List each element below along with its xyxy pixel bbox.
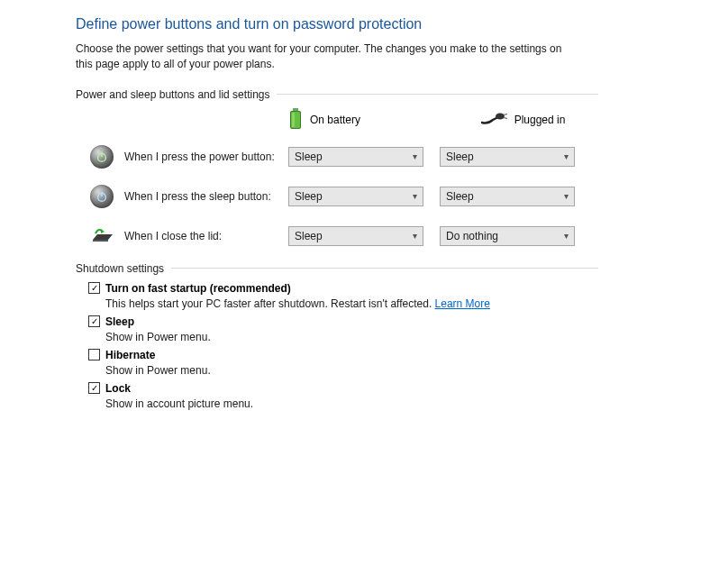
battery-icon bbox=[288, 108, 303, 132]
col-on-battery: On battery bbox=[288, 108, 440, 132]
hibernate-desc: Show in Power menu. bbox=[105, 364, 598, 377]
learn-more-link[interactable]: Learn More bbox=[435, 297, 490, 310]
item-sleep: ✓ Sleep Show in Power menu. bbox=[88, 315, 598, 343]
chevron-down-icon: ▾ bbox=[413, 231, 417, 241]
sleep-button-battery-select[interactable]: Sleep ▾ bbox=[288, 187, 423, 206]
select-value: Sleep bbox=[446, 151, 474, 163]
sleep-button-icon bbox=[88, 183, 115, 210]
power-button-plugged-select[interactable]: Sleep ▾ bbox=[440, 147, 575, 167]
chevron-down-icon: ▾ bbox=[413, 191, 417, 201]
plug-icon bbox=[480, 112, 507, 129]
fast-startup-checkbox[interactable]: ✓ bbox=[88, 282, 100, 294]
section-shutdown: Shutdown settings bbox=[76, 262, 598, 275]
fast-startup-desc: This helps start your PC faster after sh… bbox=[105, 297, 598, 310]
sleep-desc: Show in Power menu. bbox=[105, 331, 598, 343]
svg-point-4 bbox=[496, 113, 505, 119]
section-label: Power and sleep buttons and lid settings bbox=[76, 88, 277, 101]
lid-icon bbox=[88, 223, 115, 250]
svg-rect-3 bbox=[292, 113, 295, 127]
svg-line-6 bbox=[504, 117, 507, 118]
row-close-lid: When I close the lid: Sleep ▾ Do nothing… bbox=[76, 223, 598, 250]
item-hibernate: Hibernate Show in Power menu. bbox=[88, 349, 598, 377]
svg-marker-12 bbox=[93, 240, 108, 242]
col-on-battery-label: On battery bbox=[310, 114, 360, 126]
column-headers: On battery Plugged in bbox=[76, 108, 598, 132]
power-button-battery-select[interactable]: Sleep ▾ bbox=[288, 147, 423, 167]
select-value: Do nothing bbox=[446, 230, 498, 242]
svg-line-5 bbox=[504, 114, 507, 114]
power-button-icon bbox=[88, 143, 115, 170]
svg-marker-11 bbox=[93, 234, 113, 240]
hibernate-label: Hibernate bbox=[105, 349, 155, 361]
select-value: Sleep bbox=[295, 190, 323, 203]
row-sleep-button: When I press the sleep button: Sleep ▾ S… bbox=[76, 183, 598, 210]
section-label: Shutdown settings bbox=[76, 262, 171, 275]
row-label: When I close the lid: bbox=[124, 230, 288, 242]
item-lock: ✓ Lock Show in account picture menu. bbox=[88, 382, 598, 410]
page-title: Define power buttons and turn on passwor… bbox=[76, 16, 728, 32]
fast-startup-label: Turn on fast startup (recommended) bbox=[105, 282, 291, 295]
close-lid-plugged-select[interactable]: Do nothing ▾ bbox=[440, 226, 575, 246]
select-value: Sleep bbox=[295, 151, 323, 163]
svg-marker-13 bbox=[101, 229, 105, 233]
col-plugged-in: Plugged in bbox=[447, 112, 598, 129]
close-lid-battery-select[interactable]: Sleep ▾ bbox=[288, 226, 423, 246]
lock-desc: Show in account picture menu. bbox=[105, 397, 598, 410]
hibernate-checkbox[interactable] bbox=[88, 349, 100, 361]
sleep-checkbox[interactable]: ✓ bbox=[88, 315, 100, 327]
chevron-down-icon: ▾ bbox=[564, 231, 569, 241]
row-label: When I press the sleep button: bbox=[124, 190, 288, 203]
chevron-down-icon: ▾ bbox=[413, 151, 417, 161]
item-fast-startup: ✓ Turn on fast startup (recommended) Thi… bbox=[88, 282, 598, 310]
lock-checkbox[interactable]: ✓ bbox=[88, 382, 100, 394]
sleep-label: Sleep bbox=[105, 315, 134, 328]
row-power-button: When I press the power button: Sleep ▾ S… bbox=[76, 143, 598, 170]
divider bbox=[277, 94, 598, 95]
row-label: When I press the power button: bbox=[124, 151, 288, 163]
page-intro: Choose the power settings that you want … bbox=[76, 41, 580, 72]
col-plugged-in-label: Plugged in bbox=[514, 114, 566, 126]
chevron-down-icon: ▾ bbox=[564, 151, 569, 161]
chevron-down-icon: ▾ bbox=[564, 191, 569, 201]
select-value: Sleep bbox=[446, 190, 474, 203]
section-power-buttons: Power and sleep buttons and lid settings bbox=[76, 88, 598, 101]
svg-rect-0 bbox=[293, 108, 298, 111]
select-value: Sleep bbox=[295, 230, 323, 242]
sleep-button-plugged-select[interactable]: Sleep ▾ bbox=[440, 187, 575, 206]
lock-label: Lock bbox=[105, 382, 131, 395]
divider bbox=[171, 268, 598, 269]
